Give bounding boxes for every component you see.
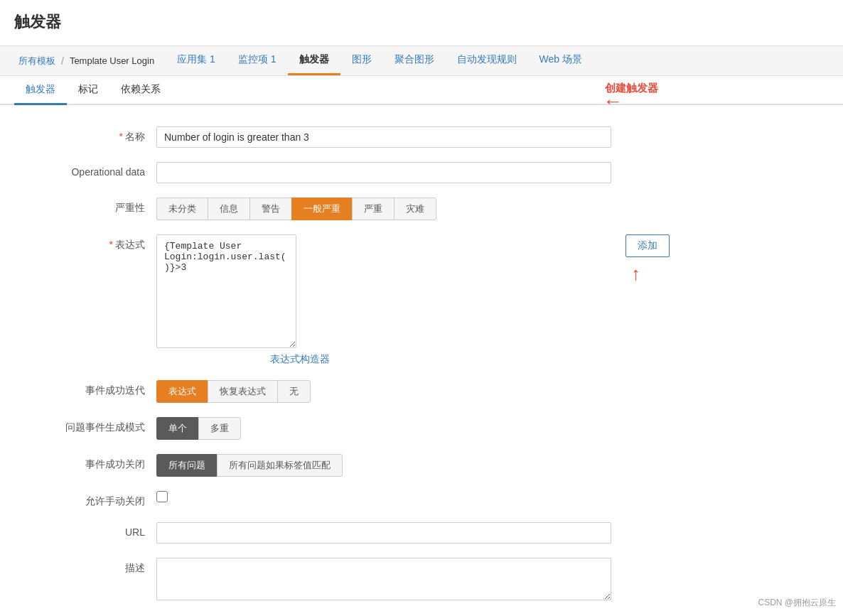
url-label: URL bbox=[43, 522, 156, 538]
expression-builder-link[interactable]: 表达式构造器 bbox=[270, 353, 330, 364]
close-all-btn[interactable]: 所有问题 bbox=[156, 454, 217, 477]
event-success-label: 事件成功迭代 bbox=[43, 380, 156, 397]
add-btn-container: 添加 ↑ bbox=[618, 234, 670, 257]
expression-textarea[interactable]: {Template User Login:login.user.last()}>… bbox=[156, 234, 296, 348]
page-title: 触发器 bbox=[14, 11, 829, 33]
event-expression-btn[interactable]: 表达式 bbox=[156, 380, 208, 403]
nav-graph[interactable]: 图形 bbox=[340, 46, 383, 75]
add-button[interactable]: 添加 bbox=[625, 234, 670, 257]
event-success-control: 表达式 恢复表达式 无 bbox=[156, 380, 611, 403]
expression-row: *表达式 {Template User Login:login.user.las… bbox=[43, 234, 800, 350]
event-close-label: 事件成功关闭 bbox=[43, 454, 156, 471]
sub-navigation: 触发器 标记 依赖关系 bbox=[0, 76, 843, 105]
url-input[interactable] bbox=[156, 522, 611, 544]
operational-input[interactable] bbox=[156, 162, 611, 183]
expression-required: * bbox=[109, 239, 113, 250]
url-row: URL bbox=[43, 522, 800, 544]
breadcrumb-current: Template User Login bbox=[65, 48, 159, 73]
severity-label: 严重性 bbox=[43, 198, 156, 215]
desc-textarea[interactable] bbox=[156, 558, 611, 600]
mode-single-btn[interactable]: 单个 bbox=[156, 417, 198, 440]
severity-disaster[interactable]: 灾难 bbox=[394, 198, 436, 220]
desc-label: 描述 bbox=[43, 558, 156, 575]
event-close-row: 事件成功关闭 所有问题 所有问题如果标签值匹配 bbox=[43, 454, 800, 477]
severity-control: 未分类 信息 警告 一般严重 严重 灾难 bbox=[156, 198, 611, 220]
nav-aggregate[interactable]: 聚合图形 bbox=[383, 46, 446, 75]
event-none-btn[interactable]: 无 bbox=[277, 380, 311, 403]
form-content: *名称 Operational data 严重性 未分类 信息 警告 一般严重 bbox=[0, 105, 843, 616]
severity-high[interactable]: 严重 bbox=[352, 198, 394, 220]
expression-control: {Template User Login:login.user.last()}>… bbox=[156, 234, 611, 350]
problem-mode-label: 问题事件生成模式 bbox=[43, 417, 156, 434]
tab-tag[interactable]: 标记 bbox=[67, 76, 109, 105]
name-input[interactable] bbox=[156, 126, 611, 148]
nav-trigger[interactable]: 触发器 bbox=[288, 46, 340, 75]
tab-trigger[interactable]: 触发器 bbox=[14, 76, 67, 105]
mode-multiple-btn[interactable]: 多重 bbox=[198, 417, 241, 440]
arrow-top-icon: ← bbox=[603, 90, 623, 113]
arrow-up-icon: ↑ bbox=[631, 263, 640, 285]
name-label: *名称 bbox=[43, 126, 156, 144]
problem-mode-row: 问题事件生成模式 单个 多重 bbox=[43, 417, 800, 440]
operational-label: Operational data bbox=[43, 162, 156, 178]
breadcrumb-all-templates[interactable]: 所有模板 bbox=[14, 48, 60, 75]
problem-mode-control: 单个 多重 bbox=[156, 417, 611, 440]
expression-builder-container: 表达式构造器 bbox=[156, 353, 800, 366]
breadcrumb-separator: / bbox=[60, 55, 65, 67]
top-navigation: 应用集 1 监控项 1 触发器 图形 聚合图形 自动发现规则 Web 场景 bbox=[166, 46, 829, 75]
url-control bbox=[156, 522, 611, 544]
nav-discover[interactable]: 自动发现规则 bbox=[446, 46, 528, 75]
name-control bbox=[156, 126, 611, 148]
operational-row: Operational data bbox=[43, 162, 800, 183]
severity-average[interactable]: 一般严重 bbox=[291, 198, 352, 220]
event-success-row: 事件成功迭代 表达式 恢复表达式 无 bbox=[43, 380, 800, 403]
expression-label: *表达式 bbox=[43, 234, 156, 252]
severity-warning[interactable]: 警告 bbox=[249, 198, 291, 220]
desc-control bbox=[156, 558, 611, 603]
nav-app-set[interactable]: 应用集 1 bbox=[166, 46, 227, 75]
problem-mode-buttons: 单个 多重 bbox=[156, 417, 611, 440]
name-row: *名称 bbox=[43, 126, 800, 148]
name-required: * bbox=[119, 131, 123, 142]
manual-close-label: 允许手动关闭 bbox=[43, 491, 156, 508]
manual-close-row: 允许手动关闭 bbox=[43, 491, 800, 508]
nav-web[interactable]: Web 场景 bbox=[528, 46, 594, 75]
event-recovery-btn[interactable]: 恢复表达式 bbox=[208, 380, 277, 403]
breadcrumb-bar: 所有模板 / Template User Login 应用集 1 监控项 1 触… bbox=[0, 46, 843, 76]
event-close-buttons: 所有问题 所有问题如果标签值匹配 bbox=[156, 454, 611, 477]
severity-buttons: 未分类 信息 警告 一般严重 严重 灾难 bbox=[156, 198, 611, 220]
desc-row: 描述 bbox=[43, 558, 800, 603]
manual-close-checkbox-row bbox=[156, 491, 611, 502]
tab-depend[interactable]: 依赖关系 bbox=[109, 76, 172, 105]
manual-close-checkbox[interactable] bbox=[156, 491, 168, 502]
severity-row: 严重性 未分类 信息 警告 一般严重 严重 灾难 bbox=[43, 198, 800, 220]
severity-info[interactable]: 信息 bbox=[208, 198, 249, 220]
watermark: CSDN @拥抱云原生 bbox=[758, 597, 836, 609]
operational-control bbox=[156, 162, 611, 183]
severity-unclassified[interactable]: 未分类 bbox=[156, 198, 208, 220]
nav-monitor[interactable]: 监控项 1 bbox=[227, 46, 288, 75]
close-matching-btn[interactable]: 所有问题如果标签值匹配 bbox=[217, 454, 343, 477]
event-close-control: 所有问题 所有问题如果标签值匹配 bbox=[156, 454, 611, 477]
event-success-buttons: 表达式 恢复表达式 无 bbox=[156, 380, 611, 403]
manual-close-control bbox=[156, 491, 611, 502]
